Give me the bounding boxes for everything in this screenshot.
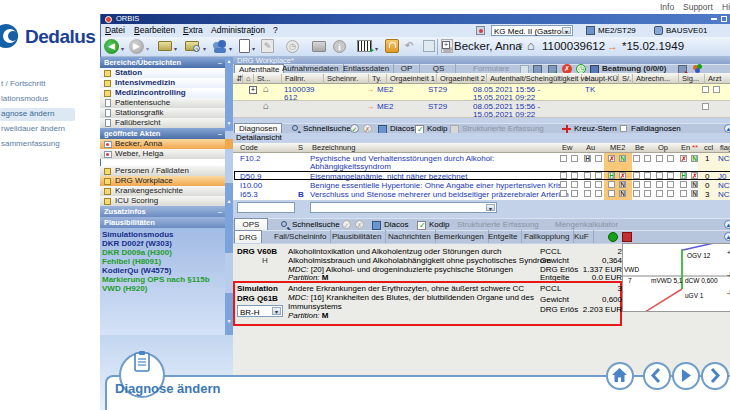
col-fallnr[interactable]: Fallnr. [283,74,324,84]
cb-me2a[interactable]: ✗ [608,155,615,162]
ops-diacos-button[interactable]: Diacos [384,219,408,230]
drg-print-icon[interactable] [622,232,632,242]
cb-op1[interactable] [656,181,663,188]
folder-dropdown-icon[interactable]: ▾ [174,45,177,52]
back-dropdown-icon[interactable]: ▾ [121,45,124,52]
tab-entgelte[interactable]: Entgelte [484,230,522,243]
cb-op2[interactable] [667,155,674,162]
collapse-diagnosen-icon[interactable]: ▲ [724,124,730,133]
sidebar-item-medizincontrolling[interactable]: Medizincontrolling [100,88,225,98]
col-scheinnr[interactable]: Scheinnr. [325,74,369,84]
cb-ew2[interactable] [571,172,578,179]
diag-code-input[interactable] [237,202,295,213]
wizard-step-5[interactable]: sammenfassung [0,138,60,150]
sidebar-header-zusatzinfos[interactable]: Zusatzinfos– [100,206,225,217]
cb-op1[interactable] [656,155,663,162]
cb-au1[interactable]: H [584,155,591,162]
col-me2[interactable]: ME2 [608,143,632,153]
cb-au2[interactable] [595,190,602,197]
cb-me2b[interactable]: ✗ [619,172,626,179]
diag-text-combo[interactable]: ▾ [310,202,497,213]
col-st[interactable]: St... [255,74,282,84]
cb-op2[interactable] [667,190,674,197]
cb-me2a[interactable] [608,181,615,188]
col-org1[interactable]: Orgaeinheit 1 [388,74,437,84]
barcode-dropdown-icon[interactable]: ▾ [375,45,378,52]
tab-fallscheininfo[interactable]: Fall/Scheininfo [270,230,331,243]
cb-en1[interactable] [680,190,687,197]
expand-icon[interactable]: + [249,86,257,94]
sidebar-item-weber[interactable]: Weber, Helga [100,149,225,159]
cb-ew2[interactable] [571,155,578,162]
plausi-dkr-d009a[interactable]: DKR D009a (H300) [102,248,172,257]
play-button[interactable] [672,362,700,390]
collapse-drg-icon[interactable]: ▲ [724,232,730,241]
recent-dropdown-icon[interactable]: ▾ [203,45,206,52]
cb-be2[interactable] [644,190,651,197]
refresh-icon[interactable] [608,232,618,242]
undo-icon[interactable]: ↶ [405,40,418,53]
cb-ew1[interactable] [560,181,567,188]
cb-en1[interactable] [680,181,687,188]
tab-op[interactable]: OP [394,64,420,73]
cb-ew1[interactable] [560,172,567,179]
cb-en2[interactable]: ✗ [691,172,698,179]
falldiagnosen-checkbox[interactable] [620,125,627,132]
diag-code[interactable]: I65.3 [240,190,258,199]
menu-datei[interactable]: DDateiatei [105,25,125,35]
panel-scrollbar[interactable]: ▲ ▼ ▲ ▼ [225,57,233,335]
cb-be1[interactable] [633,181,640,188]
newdoc-dropdown-icon[interactable]: ▾ [252,45,255,52]
link-info[interactable]: Info [660,2,674,12]
col-hauptku[interactable]: Haupt-KÜ [583,74,619,84]
grid-icon[interactable] [423,40,435,52]
tab-qs[interactable]: QS [422,64,456,73]
col-op[interactable]: Op [656,143,677,153]
col-ccl[interactable]: ccl [702,143,717,153]
col-arzt[interactable]: Arzt [706,74,730,84]
window-titlebar[interactable]: ORBIS [101,14,730,24]
menu-extra[interactable]: Extra [183,25,203,35]
edit-icon[interactable]: ✎ [261,39,274,53]
tab-bemerkungen[interactable]: Bemerkungen [430,230,489,243]
col-ty[interactable]: Ty. [370,74,387,84]
ops-reject-icon[interactable]: ✗ [355,220,364,229]
home-button[interactable] [606,362,634,390]
wizard-step-1[interactable]: t / Fortschritt [0,78,45,90]
cb-me2a[interactable]: H [608,172,615,179]
cb-ew2[interactable] [571,181,578,188]
tab-entlassdaten[interactable]: Entlassdaten [339,64,394,73]
col-icon1[interactable]: ⇵ [234,74,243,84]
tab-drg-workplace[interactable]: DRG Workplace* [237,57,303,64]
tab-ops[interactable]: OPS [234,218,268,230]
info-icon[interactable]: i [333,40,346,53]
history-clock-icon[interactable]: ◷ [286,40,299,53]
col-aufenthalt[interactable]: Aufenthalt/Scheingültigkeit vo... [488,74,582,84]
sig-checkbox-1[interactable] [702,86,709,93]
sidebar-item-intensivmedizin[interactable]: Intensivmedizin [100,78,225,88]
menu-bearbeiten[interactable]: Bearbeiten [134,25,175,35]
cb-be2[interactable] [644,181,651,188]
link-hilfe[interactable]: Hilfe [722,2,730,12]
printer-icon[interactable] [312,41,326,52]
cb-be1[interactable] [633,172,640,179]
plausi-kodierqu[interactable]: KodierQu (W4575) [102,266,171,275]
sim-drg-combo[interactable]: BR-H▾ [237,305,283,317]
col-bezeichnung[interactable]: Bezeichnung [310,143,554,153]
confirm-icon[interactable]: ✓ [350,124,359,133]
recent-folder-icon[interactable]: ◷ [185,41,199,51]
new-document-icon[interactable] [239,39,250,53]
cb-be2[interactable] [644,155,651,162]
next-step-button[interactable] [701,362,729,390]
patients-dropdown-icon[interactable]: ▾ [229,45,232,52]
sidebar-header-akten[interactable]: geöffnete Akten– [100,128,225,139]
combo-arrow-icon[interactable]: ▾ [486,204,495,211]
cb-ew2[interactable] [571,190,578,197]
sidebar-item-station[interactable]: Station [100,68,225,78]
collapse-ops-icon[interactable]: ▲ [724,220,730,229]
cb-en2[interactable]: N [691,190,698,197]
plausi-markierung-ops[interactable]: Markierung OPS nach §115b [102,275,210,284]
cb-be1[interactable] [633,155,640,162]
sidebar-item-krankengeschichte[interactable]: Krankengeschichte [100,186,225,196]
cb-me2b[interactable]: N [619,190,626,197]
